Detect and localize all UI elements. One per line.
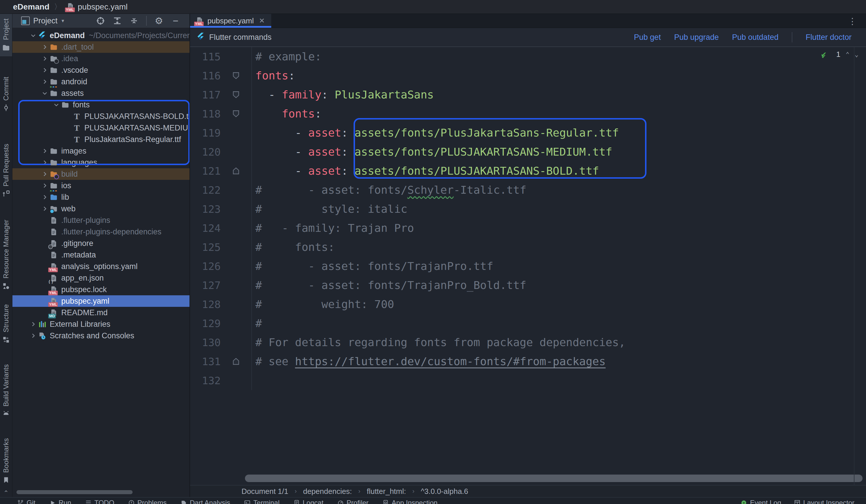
fold-end-icon[interactable] <box>221 161 252 180</box>
tree-item-app-en-json[interactable]: { }app_en.json <box>12 272 189 284</box>
code-line-122[interactable]: 122# - asset: fonts/Schyler-Italic.ttf <box>190 180 866 199</box>
statusbar-git[interactable]: Git <box>17 499 35 504</box>
project-horizontal-scrollbar[interactable] <box>16 490 133 494</box>
link-pub-outdated[interactable]: Pub outdated <box>732 33 778 42</box>
chevron-right-icon[interactable] <box>40 148 49 154</box>
collapse-stripe-icon[interactable]: ⌃ <box>3 490 9 496</box>
statusbar-profiler[interactable]: Profiler <box>337 499 369 504</box>
tree-item-scratches-and-consoles[interactable]: Scratches and Consoles <box>12 330 189 342</box>
collapse-all-icon[interactable] <box>130 16 138 25</box>
locate-icon[interactable] <box>96 16 105 25</box>
code-line-127[interactable]: 127# - asset: fonts/TrajanPro_Bold.ttf <box>190 276 866 295</box>
statusbar-run[interactable]: Run <box>49 499 71 504</box>
tree-item-plusjakartasans-medium-tt[interactable]: TPLUSJAKARTASANS-MEDIUM.tt <box>12 122 189 134</box>
line-number[interactable]: 122 <box>190 184 221 196</box>
code-line-125[interactable]: 125# fonts: <box>190 238 866 256</box>
code-line-116[interactable]: 116fonts: <box>190 66 866 85</box>
tree-item-images[interactable]: images <box>12 145 189 157</box>
fold-start-icon[interactable] <box>221 104 252 123</box>
next-problem-icon[interactable]: ⌄ <box>855 51 858 58</box>
code-line-132[interactable]: 132 <box>190 371 866 390</box>
activity-item-structure[interactable]: Structure <box>0 300 12 348</box>
code-line-123[interactable]: 123# style: italic <box>190 199 866 218</box>
fold-start-icon[interactable] <box>221 66 252 85</box>
project-view-title[interactable]: Project <box>33 16 57 25</box>
chevron-down-icon[interactable] <box>40 90 49 96</box>
chevron-right-icon[interactable] <box>40 79 49 85</box>
tree-item-pubspec-lock[interactable]: YMLpubspec.lock <box>12 284 189 295</box>
line-number[interactable]: 119 <box>190 127 221 139</box>
tree-item-ios[interactable]: ios <box>12 180 189 191</box>
tree-item-assets[interactable]: assets <box>12 88 189 99</box>
chevron-right-icon[interactable] <box>40 182 49 189</box>
line-number[interactable]: 132 <box>190 375 221 387</box>
line-number[interactable]: 129 <box>190 318 221 329</box>
link-flutter-doctor[interactable]: Flutter doctor <box>806 33 852 42</box>
activity-item-build-variants[interactable]: Build Variants <box>0 360 12 422</box>
chevron-right-icon[interactable] <box>40 159 49 166</box>
statusbar-todo[interactable]: TODO <box>85 499 114 504</box>
tree-item-languages[interactable]: languages <box>12 157 189 168</box>
chevron-down-icon[interactable] <box>52 102 61 108</box>
line-number[interactable]: 118 <box>190 108 221 120</box>
activity-item-pull-requests[interactable]: Pull Requests <box>0 139 12 202</box>
chevron-right-icon[interactable] <box>28 321 38 327</box>
line-number[interactable]: 121 <box>190 165 221 177</box>
chevron-right-icon[interactable] <box>28 333 38 339</box>
hide-icon[interactable]: − <box>171 16 180 25</box>
tree-item-android[interactable]: android <box>12 76 189 88</box>
breadcrumb-item[interactable]: ^3.0.0-alpha.6 <box>421 487 468 496</box>
code-line-128[interactable]: 128# weight: 700 <box>190 295 866 314</box>
code-line-130[interactable]: 130# For details regarding fonts from pa… <box>190 333 866 352</box>
breadcrumb-item[interactable]: flutter_html: <box>367 487 406 496</box>
breadcrumb-item[interactable]: Document 1/1 <box>242 487 288 496</box>
tree-item-readme-md[interactable]: MDREADME.md <box>12 307 189 318</box>
code-line-131[interactable]: 131# see https://flutter.dev/custom-font… <box>190 352 866 371</box>
expand-all-icon[interactable] <box>113 16 122 25</box>
line-number[interactable]: 127 <box>190 279 221 291</box>
settings-icon[interactable]: ⚙ <box>154 16 164 25</box>
tree-item-pubspec-yaml[interactable]: YMLpubspec.yaml <box>12 295 189 307</box>
tree-item--vscode[interactable]: .vscode <box>12 64 189 76</box>
code-line-115[interactable]: 115# example: <box>190 47 866 66</box>
statusbar-app-inspection[interactable]: App Inspection <box>382 499 437 504</box>
line-number[interactable]: 125 <box>190 241 221 253</box>
tree-item-plusjakartasans-bold-ttf[interactable]: TPLUSJAKARTASANS-BOLD.ttf <box>12 111 189 122</box>
tree-item--dart-tool[interactable]: .dart_tool <box>12 41 189 53</box>
statusbar-event-log[interactable]: Event Log <box>741 499 781 504</box>
tree-item--flutter-plugins-dependencies[interactable]: .flutter-plugins-dependencies <box>12 226 189 238</box>
chevron-down-icon[interactable] <box>28 32 38 39</box>
link-pub-get[interactable]: Pub get <box>634 33 661 42</box>
editor-horizontal-scrollbar[interactable] <box>245 474 863 482</box>
code-line-120[interactable]: 120 - asset: assets/fonts/PLUSJAKARTASAN… <box>190 142 866 161</box>
activity-item-resource-manager[interactable]: Resource Manager <box>0 215 12 294</box>
chevron-right-icon[interactable] <box>40 171 49 177</box>
code-line-129[interactable]: 129# <box>190 314 866 333</box>
line-number[interactable]: 116 <box>190 70 221 82</box>
line-number[interactable]: 117 <box>190 89 221 101</box>
tree-item-build[interactable]: build <box>12 168 189 180</box>
inspections-widget[interactable]: ✔✔ 1 ⌃ ⌄ <box>821 50 858 59</box>
code-editor[interactable]: ✔✔ 1 ⌃ ⌄ 115# example:116fonts:117 - fam… <box>190 47 866 485</box>
close-tab-icon[interactable]: ✕ <box>259 17 265 25</box>
statusbar-dart-analysis[interactable]: Dart Analysis <box>180 499 230 504</box>
line-number[interactable]: 131 <box>190 356 221 367</box>
tree-item-external-libraries[interactable]: External Libraries <box>12 318 189 330</box>
fold-start-icon[interactable] <box>221 85 252 104</box>
tree-item-web[interactable]: web <box>12 203 189 215</box>
statusbar-terminal[interactable]: Terminal <box>244 499 280 504</box>
code-line-124[interactable]: 124# - family: Trajan Pro <box>190 218 866 238</box>
line-number[interactable]: 120 <box>190 146 221 158</box>
line-number[interactable]: 115 <box>190 51 221 62</box>
tree-item-lib[interactable]: lib <box>12 191 189 203</box>
code-line-126[interactable]: 126# - asset: fonts/TrajanPro.ttf <box>190 256 866 276</box>
tree-item-edemand[interactable]: eDemand~/Documents/Projects/Curren <box>12 30 189 41</box>
line-number[interactable]: 126 <box>190 260 221 272</box>
tree-item-plusjakartasans-regular-ttf[interactable]: TPlusJakartaSans-Regular.ttf <box>12 134 189 145</box>
chevron-down-icon[interactable]: ▾ <box>62 18 64 24</box>
line-number[interactable]: 128 <box>190 298 221 310</box>
statusbar-problems[interactable]: Problems <box>128 499 167 504</box>
activity-item-project[interactable]: Project <box>0 14 12 56</box>
code-line-119[interactable]: 119 - asset: assets/fonts/PlusJakartaSan… <box>190 123 866 142</box>
tree-item--gitignore[interactable]: ∅.gitignore <box>12 238 189 249</box>
